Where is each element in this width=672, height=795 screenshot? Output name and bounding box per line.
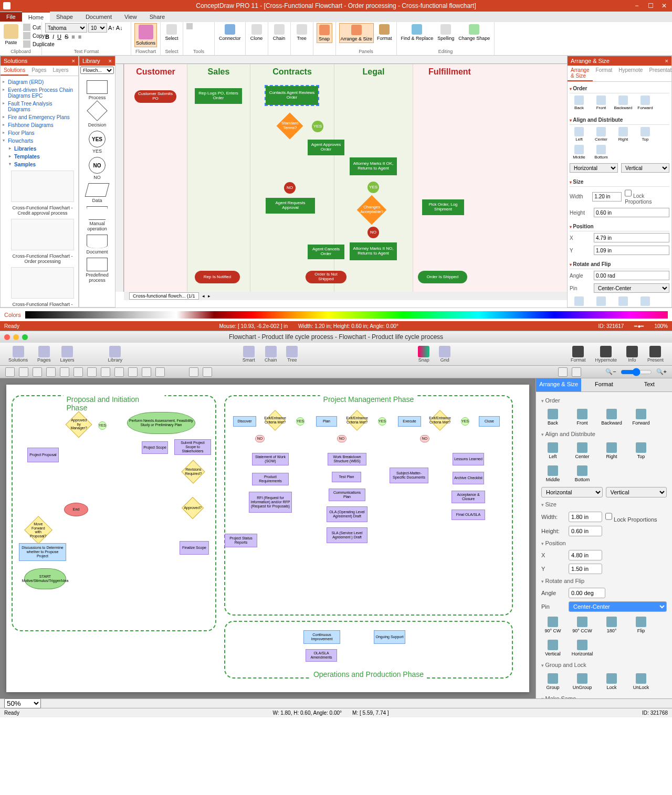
file-menu[interactable]: File — [0, 12, 22, 22]
font-size[interactable]: 10 — [88, 23, 107, 33]
mrot-90ccw[interactable]: 90° CCW — [571, 617, 594, 633]
malign-top[interactable]: Top — [629, 442, 653, 459]
panel-close-icon[interactable]: × — [665, 58, 668, 64]
zoom-slider[interactable] — [621, 368, 652, 376]
pm-no2[interactable]: NO — [337, 435, 346, 442]
malign-right[interactable]: Right — [600, 442, 623, 459]
mac-canvas[interactable]: Proposal and Initiation Phase Project Ma… — [6, 385, 529, 692]
rotate-section[interactable]: Rotate and Flip — [570, 260, 669, 269]
lock-proportions[interactable] — [625, 188, 632, 198]
rot-180[interactable]: 180 ° — [614, 296, 633, 307]
rot-90ccw[interactable]: 90° CCW — [592, 296, 611, 307]
format-button[interactable]: Format — [376, 23, 393, 42]
mposition-section[interactable]: Position — [541, 538, 667, 548]
props-tab-format[interactable]: Format — [593, 66, 616, 81]
tb-info[interactable]: Info — [623, 345, 641, 364]
morder-back[interactable]: Back — [541, 409, 564, 426]
y-input[interactable] — [594, 246, 669, 255]
position-section[interactable]: Position — [570, 222, 669, 231]
node-sla-draft[interactable]: SLA (Service Level Agreement ) Draft — [327, 527, 368, 543]
pin-select[interactable]: Center-Center — [594, 283, 669, 293]
align-left-icon[interactable]: ≡ — [71, 34, 75, 40]
node-final-ola[interactable]: Final OLA/SLA — [452, 510, 485, 520]
node-rep-logs[interactable]: Rep Logs PO, Enters Order — [195, 88, 242, 104]
node-agent-approves[interactable]: Agent Approves Order — [308, 140, 344, 155]
pointer-tool[interactable] — [5, 367, 15, 377]
pm-no1[interactable]: NO — [255, 435, 265, 442]
mgroup-section[interactable]: Group and Lock — [541, 660, 667, 670]
rect-tool[interactable] — [33, 367, 42, 377]
rot-90cw[interactable]: 90° CW — [570, 296, 589, 307]
page-tab[interactable]: Cross-functional flowch... (1/1 — [129, 292, 199, 300]
tab-view[interactable]: View — [118, 12, 143, 22]
mflip-v[interactable]: Vertical — [541, 640, 564, 656]
order-backward[interactable]: Backward — [614, 96, 633, 110]
tb-solutions[interactable]: Solutions — [5, 345, 31, 364]
props-tab-presentation[interactable]: Presentation — [646, 66, 672, 81]
mlock-proportions[interactable] — [605, 511, 612, 522]
text-tool[interactable] — [19, 367, 28, 377]
node-comm-plan[interactable]: Communications Plan — [329, 489, 365, 501]
node-attorney-no[interactable]: Attorney Marks It NO, Returns to Agent — [350, 242, 397, 260]
tb-hypernote[interactable]: Hypernote — [592, 345, 620, 364]
bold-button[interactable]: B — [45, 34, 49, 40]
my-input[interactable] — [569, 564, 602, 574]
tab-nav-right[interactable]: ▸ — [208, 293, 211, 299]
node-no2[interactable]: NO — [368, 227, 379, 238]
tool-icon[interactable] — [186, 23, 193, 29]
node-continuous[interactable]: Continuous Improvement — [303, 630, 340, 644]
node-no[interactable]: NO — [284, 182, 296, 194]
align-bottom[interactable]: Bottom — [592, 145, 611, 160]
node-status-reports[interactable]: Project Status Reports — [225, 534, 257, 547]
node-ongoing[interactable]: Ongoing Support — [374, 630, 405, 644]
morder-forward[interactable]: Forward — [629, 409, 653, 426]
layers-tab[interactable]: Layers — [50, 66, 72, 76]
size-section[interactable]: Size — [570, 177, 669, 187]
height-input[interactable] — [594, 208, 669, 217]
sol-item[interactable]: Fishbone Diagrams — [3, 121, 76, 129]
malign-center[interactable]: Center — [571, 442, 594, 459]
mheight-input[interactable] — [569, 526, 602, 536]
panel-close-icon[interactable]: × — [109, 58, 112, 64]
connector-button[interactable]: Connector — [218, 23, 242, 42]
node-ola-draft[interactable]: OLA (Operating Level Agreement) Draft — [327, 506, 368, 522]
shape-yes[interactable]: YESYES — [81, 131, 113, 154]
dist-horiz[interactable]: Horizontal — [570, 163, 618, 173]
find-button[interactable]: Find & Replace — [400, 23, 435, 42]
mdist-horiz[interactable]: Horizontal — [541, 487, 603, 497]
node-customer-submits[interactable]: Customer Submits PO — [134, 90, 176, 103]
order-front[interactable]: Front — [592, 96, 611, 110]
spline-tool[interactable] — [128, 367, 138, 377]
paste-button[interactable]: Paste — [3, 23, 19, 46]
node-project-proposal[interactable]: Project Proposal — [27, 448, 59, 462]
node-contacts-agent[interactable]: Contacts Agent Reviews Order — [266, 86, 318, 105]
props-tab-arrange[interactable]: Arrange & Size — [568, 66, 593, 81]
tb-grid[interactable]: Grid — [436, 345, 454, 364]
align-right[interactable]: Right — [614, 127, 633, 142]
order-forward[interactable]: Forward — [636, 96, 655, 110]
mrot-90cw[interactable]: 90° CW — [541, 617, 564, 633]
shape-manual[interactable]: Manual operation — [81, 206, 113, 231]
close-button[interactable] — [4, 334, 10, 340]
sol-item-flowcharts[interactable]: Flowcharts — [3, 137, 76, 145]
tb-snap[interactable]: Snap — [415, 345, 433, 364]
tab-document[interactable]: Document — [79, 12, 118, 22]
shape-predefined[interactable]: Predefined process — [81, 258, 113, 283]
tab-home[interactable]: Home — [22, 12, 50, 22]
brush-tool[interactable] — [114, 367, 124, 377]
chain-button[interactable]: Chain — [271, 23, 287, 42]
close-button[interactable]: ✕ — [658, 2, 670, 10]
colors-strip[interactable] — [25, 311, 668, 319]
eyedropper-tool[interactable] — [142, 367, 151, 377]
align-center-icon[interactable]: ≡ — [78, 34, 81, 40]
flip[interactable]: Flip — [636, 296, 655, 307]
mprop-tab-format[interactable]: Format — [581, 378, 626, 392]
node-agent-requests[interactable]: Agent Requests Approval — [266, 198, 315, 214]
solutions-button[interactable]: Solutions — [134, 23, 157, 47]
minimize-button[interactable]: − — [631, 2, 643, 10]
node-agent-cancels[interactable]: Agent Cancels Order — [308, 245, 344, 259]
zoom-button[interactable] — [22, 334, 28, 340]
mlock-btn[interactable]: Lock — [600, 673, 623, 690]
tb-tree[interactable]: Tree — [283, 345, 301, 364]
arc-tool[interactable] — [74, 367, 83, 377]
